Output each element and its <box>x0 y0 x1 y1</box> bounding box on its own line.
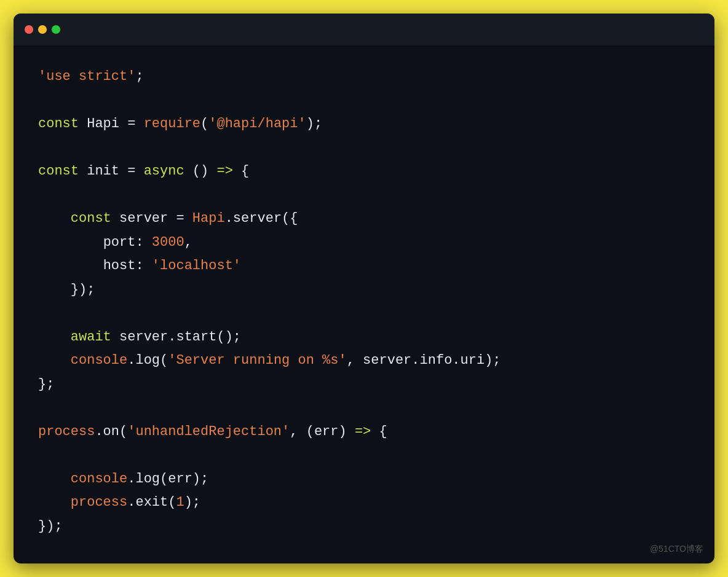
code-line-9: host: 'localhost' <box>38 254 690 278</box>
code-line-13: console.log('Server running on %s', serv… <box>38 349 690 373</box>
code-line-8: port: 3000, <box>38 231 690 255</box>
code-line-3: const Hapi = require('@hapi/hapi'); <box>38 112 690 136</box>
code-line-10: }); <box>38 278 690 302</box>
code-line-1: 'use strict'; <box>38 65 690 89</box>
code-line-7: const server = Hapi.server({ <box>38 207 690 231</box>
code-line-18: console.log(err); <box>38 468 690 492</box>
code-line-4 <box>38 136 690 160</box>
close-button[interactable] <box>25 25 33 34</box>
code-line-17 <box>38 444 690 468</box>
code-line-11 <box>38 302 690 326</box>
code-line-19: process.exit(1); <box>38 491 690 515</box>
code-line-21 <box>38 538 690 562</box>
code-line-5: const init = async () => { <box>38 160 690 184</box>
code-line-2 <box>38 89 690 113</box>
code-line-12: await server.start(); <box>38 326 690 350</box>
code-line-22: init(); <box>38 562 690 564</box>
traffic-lights <box>25 25 60 34</box>
code-editor: 'use strict'; const Hapi = require('@hap… <box>14 45 714 563</box>
titlebar <box>14 14 714 45</box>
code-line-14: }; <box>38 373 690 397</box>
code-window: 'use strict'; const Hapi = require('@hap… <box>14 14 714 563</box>
watermark: @51CTO博客 <box>650 541 703 557</box>
minimize-button[interactable] <box>38 25 47 34</box>
code-line-15 <box>38 396 690 420</box>
maximize-button[interactable] <box>52 25 60 34</box>
code-line-20: }); <box>38 515 690 539</box>
code-line-6 <box>38 184 690 208</box>
code-line-16: process.on('unhandledRejection', (err) =… <box>38 420 690 444</box>
